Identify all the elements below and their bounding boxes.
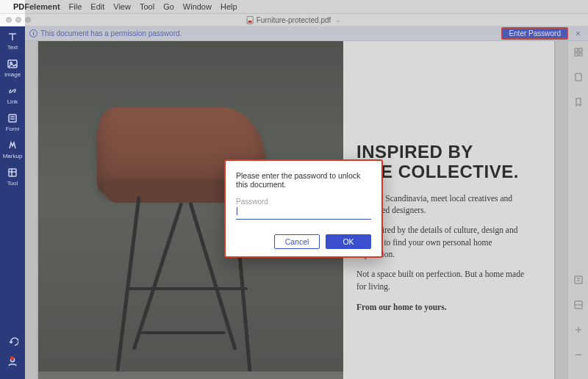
- text-icon: [7, 31, 18, 43]
- sidebar-label: Tool: [7, 180, 18, 187]
- password-label: Password: [236, 198, 371, 206]
- sidebar-item-form[interactable]: Form: [6, 112, 20, 132]
- text-caret-icon: [237, 207, 237, 215]
- sidebar-item-markup[interactable]: Markup: [3, 140, 23, 159]
- sidebar-label: Image: [4, 71, 21, 78]
- sidebar-undo[interactable]: [7, 336, 18, 348]
- svg-rect-2: [9, 115, 16, 122]
- sidebar-item-image[interactable]: Image: [4, 58, 21, 78]
- undo-icon: [7, 336, 18, 348]
- close-window-icon[interactable]: [6, 17, 12, 23]
- minimize-window-icon[interactable]: [15, 17, 21, 23]
- tool-icon: [7, 167, 18, 178]
- sidebar-item-tool[interactable]: Tool: [7, 167, 18, 187]
- dialog-prompt: Please enter the password to unlock this…: [236, 171, 371, 189]
- sidebar-label: Form: [6, 126, 20, 132]
- sidebar-label: Text: [7, 44, 18, 51]
- password-input[interactable]: [236, 207, 371, 220]
- sidebar-item-text[interactable]: Text: [7, 31, 18, 51]
- sidebar-item-link[interactable]: Link: [7, 85, 18, 105]
- left-sidebar: Text Image Link Form Markup Tool: [0, 26, 25, 379]
- password-dialog: Please enter the password to unlock this…: [224, 159, 383, 258]
- link-icon: [7, 85, 18, 97]
- svg-rect-3: [9, 169, 16, 176]
- ok-button[interactable]: OK: [326, 234, 371, 249]
- sidebar-account[interactable]: [7, 355, 18, 367]
- notification-dot-icon: [10, 356, 14, 360]
- markup-icon: [7, 140, 18, 151]
- form-icon: [7, 112, 18, 124]
- image-icon: [7, 58, 18, 70]
- sidebar-label: Link: [7, 98, 18, 105]
- cancel-button[interactable]: Cancel: [274, 234, 320, 249]
- sidebar-label: Markup: [3, 153, 23, 159]
